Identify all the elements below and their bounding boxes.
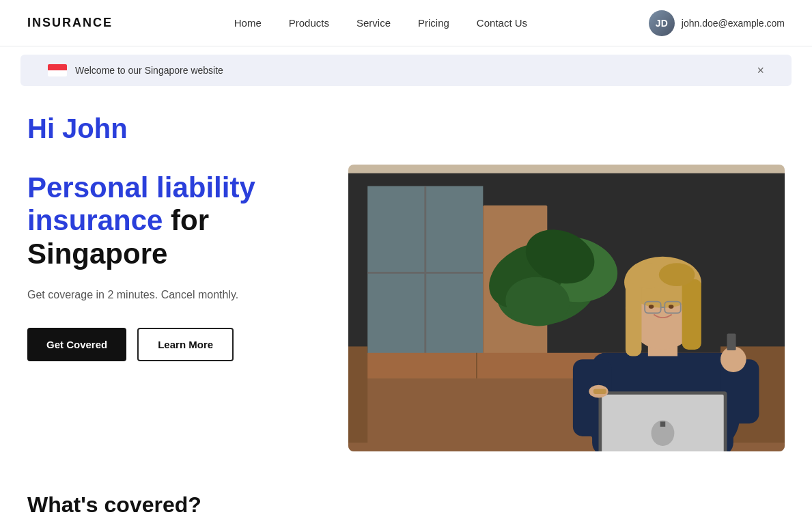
svg-rect-39: [593, 389, 606, 394]
whats-covered-section: What's covered?: [0, 451, 812, 519]
svg-point-28: [659, 263, 695, 286]
nav-item-service[interactable]: Service: [356, 17, 391, 29]
nav-link-service[interactable]: Service: [356, 17, 391, 29]
nav-item-home[interactable]: Home: [234, 17, 262, 29]
svg-rect-25: [626, 279, 641, 356]
user-email: john.doe@example.com: [682, 18, 785, 29]
svg-rect-21: [727, 334, 736, 350]
hero-subtitle: Get coverage in 2 minutes. Cancel monthl…: [27, 287, 321, 303]
nav-item-contact[interactable]: Contact Us: [477, 17, 527, 29]
banner-content: Welcome to our Singapore website: [48, 64, 223, 76]
whats-covered-title: What's covered?: [27, 492, 785, 518]
banner-text: Welcome to our Singapore website: [75, 65, 223, 76]
nav-item-pricing[interactable]: Pricing: [418, 17, 449, 29]
get-covered-button[interactable]: Get Covered: [27, 328, 126, 361]
brand-logo: INSURANCE: [27, 16, 113, 30]
svg-rect-26: [682, 279, 701, 350]
main-content: Hi John Personal liability insurance for…: [0, 86, 812, 451]
nav-link-home[interactable]: Home: [234, 17, 262, 29]
hero-title-blue-part: Personal liability insurance: [27, 171, 255, 236]
hero-text-block: Personal liability insurance for Singapo…: [27, 165, 321, 361]
nav-links: Home Products Service Pricing Contact Us: [234, 17, 527, 29]
navbar: INSURANCE Home Products Service Pricing …: [0, 0, 812, 46]
nav-link-pricing[interactable]: Pricing: [418, 17, 449, 29]
nav-link-contact[interactable]: Contact Us: [477, 17, 527, 29]
nav-item-products[interactable]: Products: [289, 17, 329, 29]
hero-cta-buttons: Get Covered Learn More: [27, 328, 321, 361]
learn-more-button[interactable]: Learn More: [137, 328, 234, 361]
welcome-banner: Welcome to our Singapore website ×: [20, 55, 792, 86]
svg-point-32: [649, 305, 654, 309]
banner-close-button[interactable]: ×: [757, 64, 764, 76]
nav-link-products[interactable]: Products: [289, 17, 329, 29]
greeting-heading: Hi John: [27, 113, 785, 144]
svg-rect-12: [348, 346, 367, 443]
svg-point-33: [669, 305, 674, 309]
hero-title: Personal liability insurance for Singapo…: [27, 171, 321, 270]
hero-image: [348, 165, 785, 451]
hero-section: Personal liability insurance for Singapo…: [27, 165, 785, 451]
hero-image-svg: [348, 165, 785, 451]
avatar[interactable]: JD: [649, 10, 675, 36]
user-profile: JD john.doe@example.com: [649, 10, 785, 36]
singapore-flag-icon: [48, 64, 67, 76]
svg-rect-37: [660, 421, 666, 427]
